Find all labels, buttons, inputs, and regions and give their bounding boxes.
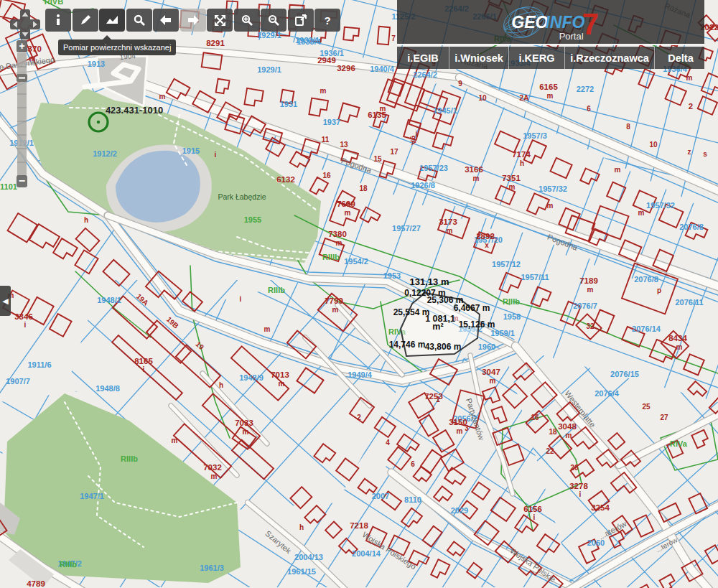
svg-text:4789: 4789 [27,579,45,588]
svg-text:m: m [457,427,463,435]
svg-text:1931: 1931 [280,100,297,108]
svg-text:1940/4: 1940/4 [370,65,395,73]
svg-text:1937: 1937 [323,118,340,126]
svg-text:2076/8: 2076/8 [634,275,658,284]
svg-text:RIIIb: RIIIb [503,297,520,306]
svg-text:423.431-1010: 423.431-1010 [106,105,163,116]
svg-text:43,806 m: 43,806 m [425,342,462,352]
svg-text:10: 10 [478,94,487,102]
svg-text:1960: 1960 [478,342,495,351]
svg-text:h: h [84,216,88,224]
svg-text:2264/2: 2264/2 [413,70,437,79]
svg-text:1957/27: 1957/27 [392,224,421,233]
svg-text:8291: 8291 [206,39,225,47]
svg-text:m: m [320,87,327,95]
svg-text:m: m [490,377,496,385]
svg-text:m: m [279,380,285,388]
svg-text:h: h [299,523,304,531]
svg-text:+: + [19,40,24,52]
svg-text:32: 32 [586,322,595,330]
svg-text:z: z [688,148,691,156]
svg-text:13: 13 [340,141,348,149]
svg-text:1959/1: 1959/1 [490,329,515,337]
svg-text:1955: 1955 [244,215,261,224]
svg-text:25: 25 [642,403,651,411]
svg-text:m: m [473,174,480,182]
svg-text:1957/11: 1957/11 [521,273,549,281]
svg-text:6: 6 [587,105,591,113]
svg-text:h: h [520,159,524,167]
svg-text:1907/7: 1907/7 [6,377,30,386]
svg-text:RIVa: RIVa [670,439,688,448]
svg-text:17: 17 [390,148,398,156]
svg-text:7380: 7380 [328,230,347,238]
svg-text:2004/14: 2004/14 [352,549,381,558]
svg-text:1948/9: 1948/9 [239,373,264,382]
svg-text:3: 3 [465,424,469,432]
svg-text:7189: 7189 [579,276,598,285]
svg-text:2949: 2949 [317,56,336,65]
svg-text:1947/1: 1947/1 [80,492,104,500]
svg-text:7033: 7033 [235,419,253,427]
svg-text:m: m [264,325,271,333]
svg-text:1945/1: 1945/1 [433,106,457,115]
svg-text:8434: 8434 [668,334,687,342]
svg-text:m²: m² [432,322,443,332]
svg-text:2: 2 [357,414,361,421]
svg-text:15,126 m: 15,126 m [459,319,495,330]
svg-text:3346: 3346 [14,312,33,321]
svg-text:1948/1: 1948/1 [97,296,121,304]
svg-text:14,746 m: 14,746 m [389,340,426,350]
svg-text:i: i [533,513,536,521]
svg-text:3166: 3166 [465,165,483,174]
svg-text:6: 6 [411,460,415,468]
svg-text:1101: 1101 [0,182,17,191]
svg-text:15: 15 [373,155,382,163]
svg-text:2892: 2892 [476,232,495,241]
svg-text:m: m [345,209,351,217]
svg-text:2: 2 [689,102,693,111]
svg-text:3254: 3254 [591,503,610,512]
svg-text:2076/11: 2076/11 [675,298,703,307]
svg-text:2076/8: 2076/8 [679,223,704,231]
svg-text:26: 26 [570,464,579,472]
svg-text:7253: 7253 [424,392,443,401]
svg-text:7: 7 [582,7,599,41]
svg-text:3048: 3048 [558,422,577,431]
svg-text:m: m [686,74,693,82]
svg-text:1926/8: 1926/8 [411,181,435,190]
svg-text:i: i [240,295,242,303]
svg-text:6165: 6165 [539,83,558,91]
svg-text:m: m [447,227,453,235]
svg-text:m: m [547,202,554,210]
svg-text:7351: 7351 [502,174,521,182]
svg-text:m: m [336,239,342,247]
svg-text:RIIIb: RIIIb [121,454,138,463]
svg-text:RIIIb: RIIIb [268,286,285,294]
svg-text:m: m [566,431,572,439]
svg-text:2076/14: 2076/14 [632,325,661,333]
svg-text:1957/32: 1957/32 [538,185,567,193]
svg-text:1954/2: 1954/2 [344,257,368,266]
svg-text:3296: 3296 [337,64,355,73]
svg-text:6,4667 m: 6,4667 m [454,303,490,313]
svg-text:8110: 8110 [404,495,421,504]
svg-text:16: 16 [531,414,539,421]
svg-text:18: 18 [359,185,368,192]
svg-text:1953: 1953 [383,271,401,280]
svg-text:4: 4 [386,439,390,447]
svg-text:1: 1 [436,396,440,403]
svg-text:7: 7 [391,34,396,42]
svg-text:m: m [172,437,178,444]
svg-text:3047: 3047 [482,368,500,376]
svg-text:m: m [332,306,339,314]
svg-text:1915: 1915 [182,146,200,155]
svg-text:7013: 7013 [271,370,289,379]
svg-text:7032: 7032 [203,463,222,472]
svg-text:1929/1: 1929/1 [257,31,281,39]
svg-text:3173: 3173 [439,218,457,226]
svg-text:25,554 m: 25,554 m [393,307,430,317]
svg-text:2004/13: 2004/13 [294,553,323,561]
svg-text:i: i [143,365,145,373]
svg-text:m: m [547,92,554,100]
